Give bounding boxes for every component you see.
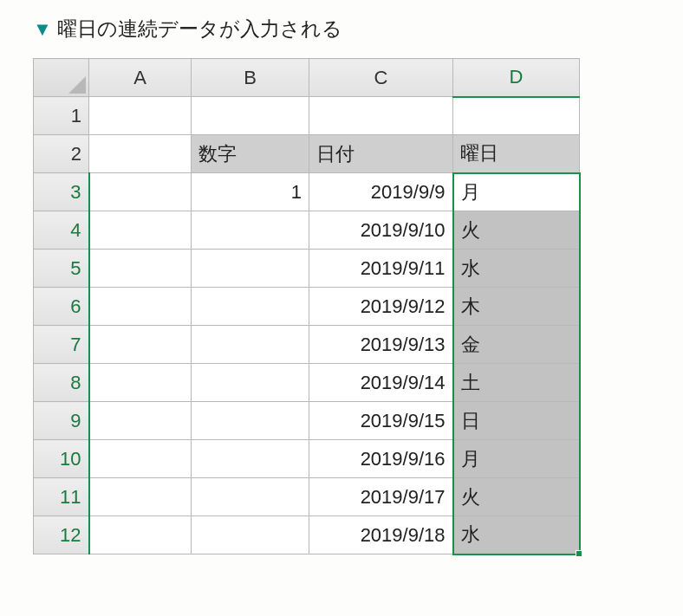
cell-d11[interactable]: 火 <box>453 478 580 516</box>
cell-d12-value: 水 <box>461 523 480 545</box>
cell-d2[interactable]: 曜日 <box>453 135 580 173</box>
cell-d5[interactable]: 水 <box>453 250 580 288</box>
row-header[interactable]: 8 <box>34 364 89 402</box>
fill-handle-icon[interactable] <box>576 550 582 557</box>
column-header-d[interactable]: D <box>453 59 580 97</box>
row-header[interactable]: 7 <box>34 326 89 364</box>
cell-b9[interactable] <box>192 402 309 440</box>
caption-text: 曜日の連続データが入力される <box>57 16 342 42</box>
svg-marker-0 <box>68 76 86 94</box>
triangle-icon: ▼ <box>33 18 52 41</box>
cell-a4[interactable] <box>89 211 192 250</box>
table-row: 2 数字 日付 曜日 <box>34 135 580 173</box>
select-all-corner[interactable] <box>34 59 89 97</box>
cell-c6[interactable]: 2019/9/12 <box>309 288 453 326</box>
cell-c1[interactable] <box>309 97 453 135</box>
caption: ▼ 曜日の連続データが入力される <box>33 16 650 42</box>
cell-c9[interactable]: 2019/9/15 <box>309 402 453 440</box>
cell-c8[interactable]: 2019/9/14 <box>309 364 453 402</box>
cell-a3[interactable] <box>89 173 192 211</box>
cell-c11[interactable]: 2019/9/17 <box>309 478 453 516</box>
cell-b7[interactable] <box>192 326 309 364</box>
table-row: 1 <box>34 97 580 135</box>
cell-d1[interactable] <box>453 97 580 135</box>
row-header[interactable]: 5 <box>34 250 89 288</box>
cell-b10[interactable] <box>192 440 309 478</box>
cell-d10[interactable]: 月 <box>453 440 580 478</box>
table-row: 8 2019/9/14 土 <box>34 364 580 402</box>
cell-b6[interactable] <box>192 288 309 326</box>
select-all-icon <box>68 76 86 94</box>
row-header[interactable]: 6 <box>34 288 89 326</box>
table-row: 11 2019/9/17 火 <box>34 478 580 516</box>
table-row: 10 2019/9/16 月 <box>34 440 580 478</box>
cell-b12[interactable] <box>192 516 309 554</box>
table-row: 6 2019/9/12 木 <box>34 288 580 326</box>
cell-d8[interactable]: 土 <box>453 364 580 402</box>
cell-c2[interactable]: 日付 <box>309 135 453 173</box>
cell-a5[interactable] <box>89 250 192 288</box>
column-header-a[interactable]: A <box>89 59 192 97</box>
cell-b4[interactable] <box>192 211 309 250</box>
cell-a10[interactable] <box>89 440 192 478</box>
row-header[interactable]: 1 <box>34 97 89 135</box>
row-header[interactable]: 9 <box>34 402 89 440</box>
table-row: 4 2019/9/10 火 <box>34 211 580 250</box>
cell-b3[interactable]: 1 <box>192 173 309 211</box>
spreadsheet-grid[interactable]: A B C D 1 2 数字 日付 曜日 3 1 2019/9/9 月 4 20… <box>33 58 581 555</box>
cell-a1[interactable] <box>89 97 192 135</box>
table-row: 3 1 2019/9/9 月 <box>34 173 580 211</box>
cell-c5[interactable]: 2019/9/11 <box>309 250 453 288</box>
row-header[interactable]: 10 <box>34 440 89 478</box>
cell-c3[interactable]: 2019/9/9 <box>309 173 453 211</box>
cell-b1[interactable] <box>192 97 309 135</box>
cell-a12[interactable] <box>89 516 192 554</box>
cell-d6[interactable]: 木 <box>453 288 580 326</box>
row-header[interactable]: 2 <box>34 135 89 173</box>
cell-c10[interactable]: 2019/9/16 <box>309 440 453 478</box>
cell-c4[interactable]: 2019/9/10 <box>309 211 453 250</box>
cell-a2[interactable] <box>89 135 192 173</box>
column-header-c[interactable]: C <box>309 59 453 97</box>
table-row: 12 2019/9/18 水 <box>34 516 580 554</box>
cell-d3-active[interactable]: 月 <box>453 173 580 211</box>
table-row: 5 2019/9/11 水 <box>34 250 580 288</box>
cell-d7[interactable]: 金 <box>453 326 580 364</box>
cell-a9[interactable] <box>89 402 192 440</box>
cell-a11[interactable] <box>89 478 192 516</box>
cell-a8[interactable] <box>89 364 192 402</box>
cell-c7[interactable]: 2019/9/13 <box>309 326 453 364</box>
row-header[interactable]: 3 <box>34 173 89 211</box>
cell-a7[interactable] <box>89 326 192 364</box>
row-header[interactable]: 11 <box>34 478 89 516</box>
table-row: 9 2019/9/15 日 <box>34 402 580 440</box>
cell-d12[interactable]: 水 <box>453 516 580 554</box>
cell-d9[interactable]: 日 <box>453 402 580 440</box>
cell-d4[interactable]: 火 <box>453 211 580 250</box>
cell-b8[interactable] <box>192 364 309 402</box>
cell-a6[interactable] <box>89 288 192 326</box>
cell-c12[interactable]: 2019/9/18 <box>309 516 453 554</box>
cell-b2[interactable]: 数字 <box>192 135 309 173</box>
table-row: 7 2019/9/13 金 <box>34 326 580 364</box>
row-header[interactable]: 4 <box>34 211 89 250</box>
column-header-b[interactable]: B <box>192 59 309 97</box>
cell-b5[interactable] <box>192 250 309 288</box>
row-header[interactable]: 12 <box>34 516 89 554</box>
cell-b11[interactable] <box>192 478 309 516</box>
